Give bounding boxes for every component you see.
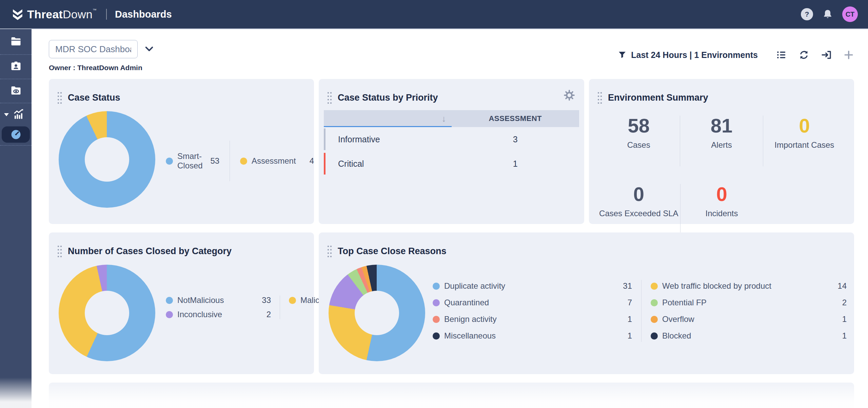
legend-item[interactable]: NotMalicious 33	[166, 295, 271, 305]
stat-value: 58	[597, 116, 680, 136]
legend-dot	[651, 332, 658, 340]
legend-value: 7	[628, 298, 632, 307]
brand-trademark: ™	[93, 8, 97, 13]
sidebar-item-folders[interactable]	[0, 33, 32, 50]
analytics-chart-icon	[13, 108, 25, 121]
stats-row: 0 Cases Exceeded SLA 0 Incidents	[597, 184, 846, 235]
card-title: Case Status	[68, 93, 120, 103]
caret-down-icon	[4, 113, 9, 116]
app-root: ThreatDown™ Dashboards ? CT	[0, 0, 868, 408]
legend-item[interactable]: Quarantined 7	[433, 297, 632, 309]
chevron-down-icon[interactable]	[144, 44, 155, 55]
legend-item[interactable]: Benign activity 1	[433, 313, 632, 325]
legend-value: 33	[262, 295, 271, 305]
gear-settings-icon[interactable]	[563, 89, 575, 101]
legend-divider	[641, 280, 642, 342]
legend-item[interactable]: Duplicate activity 31	[433, 280, 632, 292]
legend-label: Quarantined	[444, 298, 628, 307]
legend-item[interactable]: Miscellaneous 1	[433, 330, 632, 342]
legend-value: 14	[837, 281, 847, 291]
legend-dot	[166, 311, 173, 318]
sidebar-item-reports[interactable]	[0, 106, 32, 123]
stat-label: Cases	[597, 140, 680, 150]
threatdown-chevron-icon	[12, 8, 24, 20]
row-accent-bar	[324, 153, 326, 175]
page-title: Dashboards	[115, 9, 172, 20]
list-view-icon[interactable]	[776, 49, 787, 60]
priority-column-blank[interactable]: ↓	[324, 110, 452, 127]
legend-divider	[230, 141, 230, 181]
dashboard-toolbar: Last 24 Hours | 1 Environments	[617, 49, 854, 60]
topbar-actions: ? CT	[801, 6, 858, 22]
close-reasons-donut-chart[interactable]	[329, 265, 425, 361]
legend-dot	[240, 158, 247, 165]
legend-value: 53	[211, 156, 220, 166]
sidebar-divider	[0, 79, 32, 79]
filter-summary-text: Last 24 Hours | 1 Environments	[631, 50, 758, 60]
close-reasons-legend: Duplicate activity 31 Quarantined 7 Beni…	[433, 280, 847, 342]
sidebar-nav	[0, 29, 32, 408]
stat-important-cases: 0 Important Cases	[763, 116, 846, 166]
priority-column-assessment[interactable]: ASSESSMENT	[452, 114, 579, 123]
drag-handle-icon[interactable]	[57, 91, 62, 104]
notifications-bell-icon[interactable]	[822, 8, 833, 20]
stat-value: 0	[597, 184, 680, 205]
stat-label: Important Cases	[763, 140, 846, 150]
legend-value: 1	[628, 314, 632, 324]
stat-value: 0	[680, 184, 763, 205]
sidebar-item-monitoring[interactable]	[0, 82, 32, 99]
stat-label: Cases Exceeded SLA	[597, 209, 680, 218]
refresh-icon[interactable]	[798, 49, 809, 60]
filter-summary-button[interactable]: Last 24 Hours | 1 Environments	[617, 50, 758, 60]
legend-item[interactable]: Overflow 1	[651, 313, 847, 325]
stat-empty-cell	[763, 184, 846, 235]
user-avatar[interactable]: CT	[842, 6, 858, 22]
row-label: Informative	[338, 135, 380, 144]
card-top-case-close-reasons: Top Case Close Reasons Duplicate activit…	[319, 232, 854, 374]
add-widget-icon[interactable]	[843, 49, 854, 60]
brand-logo: ThreatDown™	[12, 8, 97, 21]
legend-label: Overflow	[662, 314, 842, 324]
legend-label: Miscellaneous	[444, 331, 628, 341]
legend-item[interactable]: Inconclusive 2	[166, 310, 271, 319]
drag-handle-icon[interactable]	[57, 245, 62, 258]
avatar-initials: CT	[846, 11, 855, 18]
partial-card	[49, 383, 854, 408]
sidebar-item-dashboards-active[interactable]	[2, 126, 30, 143]
row-value: 3	[452, 135, 579, 144]
sidebar-item-accounts[interactable]	[0, 57, 32, 75]
stat-cases: 58 Cases	[597, 116, 680, 166]
legend-dot	[166, 297, 173, 304]
legend-item[interactable]: Assessment 4	[240, 156, 314, 166]
legend-dot	[433, 316, 440, 323]
drag-handle-icon[interactable]	[327, 245, 332, 258]
legend-label: Inconclusive	[177, 310, 267, 319]
row-value: 1	[452, 159, 579, 169]
sidebar-divider	[0, 103, 32, 103]
table-row[interactable]: Critical 1	[324, 151, 579, 176]
legend-dot	[433, 283, 440, 290]
legend-item[interactable]: Potential FP 2	[651, 297, 847, 309]
legend-divider	[280, 295, 280, 319]
stat-incidents: 0 Incidents	[680, 184, 763, 235]
cases-closed-donut-chart[interactable]	[59, 265, 155, 361]
cards-grid: Case Status Smart-Closed 53 Assessment 4	[49, 79, 854, 408]
legend-item[interactable]: Blocked 1	[651, 330, 847, 342]
legend-dot	[433, 299, 440, 306]
table-row[interactable]: Informative 3	[324, 127, 579, 151]
main-content: Owner : ThreatDown Admin Last 24 Hours |…	[32, 29, 868, 408]
help-icon: ?	[805, 10, 809, 18]
help-button[interactable]: ?	[801, 8, 813, 20]
legend-value: 2	[842, 298, 847, 307]
drag-handle-icon[interactable]	[597, 91, 603, 104]
export-icon[interactable]	[821, 49, 832, 60]
row-label: Critical	[338, 159, 364, 169]
case-status-donut-chart[interactable]	[59, 111, 155, 208]
legend-item[interactable]: Smart-Closed 53	[166, 151, 219, 170]
drag-handle-icon[interactable]	[327, 91, 332, 104]
filter-funnel-icon	[617, 50, 627, 60]
owner-label: Owner : ThreatDown Admin	[49, 64, 142, 72]
dashboard-select[interactable]	[49, 40, 138, 58]
legend-item[interactable]: Web traffic blocked by product 14	[651, 280, 847, 292]
sort-desc-icon: ↓	[442, 114, 446, 124]
